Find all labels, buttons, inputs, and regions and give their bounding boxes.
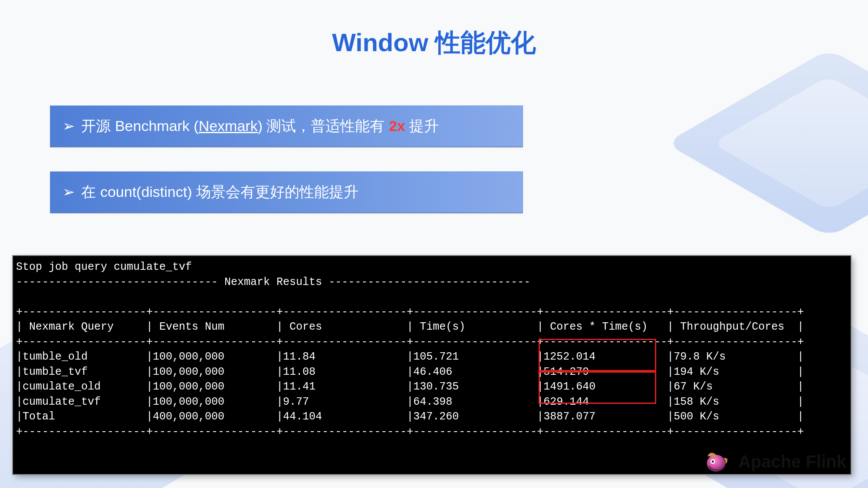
terminal-header-row: | Nexmark Query | Events Num | Cores | T… [16, 321, 804, 333]
terminal-output: Stop job query cumulate_tvf ------------… [13, 256, 851, 474]
terminal-sep-head: +-------------------+-------------------… [16, 336, 804, 348]
terminal-banner-title: Nexmark Results [224, 276, 322, 288]
flink-logo-icon [704, 448, 730, 475]
footer-brand: Apache Flink [704, 448, 846, 475]
terminal-banner-left: ------------------------------- [16, 276, 224, 288]
terminal-stop-line: Stop job query cumulate_tvf [16, 261, 192, 273]
terminal-sep-bottom: +-------------------+-------------------… [16, 426, 804, 438]
bullet-text-pre: 开源 Benchmark ( [81, 118, 198, 134]
svg-point-2 [712, 460, 714, 462]
slide-title: Window 性能优化 [0, 26, 868, 60]
footer-brand-text: Apache Flink [738, 452, 846, 472]
bullet-text: 在 count(distinct) 场景会有更好的性能提升 [81, 183, 358, 200]
table-row: |tumble_tvf |100,000,000 |11.08 |46.406 … [16, 366, 804, 378]
bullet-text-mid: ) 测试，普适性能有 [258, 118, 389, 134]
terminal-banner-right: ------------------------------- [322, 276, 530, 288]
bullet-highlight-2x: 2x [389, 118, 405, 134]
bullet-text-post: 提升 [405, 118, 439, 134]
bullet-link-nexmark: Nexmark [199, 118, 258, 134]
table-row: |tumble_old |100,000,000 |11.84 |105.721… [16, 350, 804, 363]
bullet-benchmark: ➢ 开源 Benchmark (Nexmark) 测试，普适性能有 2x 提升 [50, 105, 523, 147]
bullet-count-distinct: ➢ 在 count(distinct) 场景会有更好的性能提升 [50, 171, 523, 213]
chevron-right-icon: ➢ [62, 183, 77, 200]
table-row: |cumulate_old |100,000,000 |11.41 |130.7… [16, 380, 804, 393]
terminal-sep-top: +-------------------+-------------------… [16, 306, 804, 318]
table-row: |cumulate_tvf |100,000,000 |9.77 |64.398… [16, 396, 804, 408]
chevron-right-icon: ➢ [62, 117, 77, 134]
table-row: |Total |400,000,000 |44.104 |347.260 |38… [16, 410, 804, 423]
decoration-top-right [665, 49, 868, 238]
